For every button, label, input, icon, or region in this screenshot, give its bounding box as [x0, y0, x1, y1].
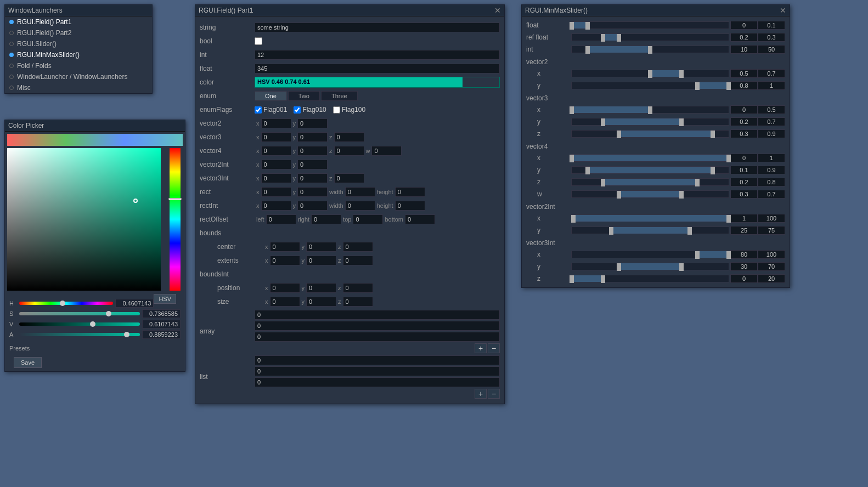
list-item-0[interactable] [255, 355, 500, 365]
mms-val-max-9[interactable] [758, 129, 785, 138]
color-sv-area[interactable] [7, 148, 183, 291]
mms-slider-1[interactable] [571, 33, 729, 41]
mms-thumb-max-19[interactable] [726, 251, 731, 259]
enum-btn-two[interactable]: Two [288, 91, 320, 101]
mms-val-min-13[interactable] [730, 178, 758, 186]
s-slider-thumb[interactable] [106, 311, 111, 316]
enum-btn-three[interactable]: Three [321, 91, 358, 101]
vector4-w-input[interactable] [371, 146, 402, 156]
list-item-1[interactable] [255, 366, 500, 376]
mms-thumb-min-20[interactable] [617, 263, 621, 271]
mms-val-min-1[interactable] [730, 33, 758, 42]
flag100-checkbox[interactable] [333, 106, 340, 114]
vector4-x-input[interactable] [261, 146, 291, 156]
mms-val-min-11[interactable] [730, 154, 758, 162]
mms-val-min-7[interactable] [730, 105, 758, 114]
mms-val-max-7[interactable] [758, 105, 785, 114]
mms-val-max-12[interactable] [758, 166, 785, 174]
mms-thumb-max-2[interactable] [648, 46, 652, 54]
vector2-x-input[interactable] [261, 118, 291, 128]
bsize-y-input[interactable] [306, 297, 336, 307]
rectoffset-top-input[interactable] [353, 214, 383, 224]
mms-val-min-9[interactable] [730, 129, 758, 138]
mms-slider-8[interactable] [571, 118, 729, 126]
mms-slider-19[interactable] [571, 251, 729, 258]
mms-thumb-max-5[interactable] [726, 82, 731, 90]
rectint-y-input[interactable] [297, 201, 328, 211]
mms-slider-21[interactable] [571, 275, 729, 282]
wl-item-4[interactable]: Fold / Folds [5, 60, 152, 71]
rect-y-input[interactable] [297, 187, 328, 197]
bcenter-z-input[interactable] [343, 242, 373, 252]
mms-slider-16[interactable] [571, 214, 729, 222]
hue-strip[interactable] [170, 148, 181, 291]
a-slider-track[interactable] [19, 333, 140, 336]
mms-thumb-max-12[interactable] [711, 167, 715, 174]
mms-val-min-20[interactable] [730, 262, 758, 271]
rect-height-input[interactable] [395, 187, 425, 197]
bsize-z-input[interactable] [343, 297, 373, 307]
array-remove-button[interactable]: − [488, 343, 500, 353]
array-item-2[interactable] [255, 332, 500, 342]
mms-val-max-11[interactable] [758, 154, 785, 162]
array-add-button[interactable]: + [475, 343, 487, 353]
mms-thumb-max-17[interactable] [687, 227, 692, 235]
vector4-y-input[interactable] [297, 146, 328, 156]
mms-val-max-14[interactable] [758, 190, 785, 199]
v-value-input[interactable] [142, 320, 181, 329]
mms-val-max-16[interactable] [758, 214, 785, 223]
mms-slider-9[interactable] [571, 130, 729, 138]
mms-val-min-12[interactable] [730, 166, 758, 174]
rectint-height-input[interactable] [395, 201, 425, 211]
list-item-2[interactable] [255, 377, 500, 387]
mms-val-min-14[interactable] [730, 190, 758, 199]
bext-x-input[interactable] [270, 256, 300, 265]
mms-val-max-13[interactable] [758, 178, 785, 186]
flag001-checkbox[interactable] [255, 106, 262, 114]
color-value-bar[interactable]: HSV 0.46 0.74 0.61 [255, 77, 500, 88]
mms-val-max-19[interactable] [758, 250, 785, 259]
h-value-input[interactable] [115, 299, 154, 308]
v3int-z-input[interactable] [334, 173, 364, 183]
mms-thumb-max-16[interactable] [726, 215, 731, 223]
hue-handle[interactable] [168, 198, 182, 200]
mms-slider-5[interactable] [571, 82, 729, 89]
mms-thumb-min-11[interactable] [570, 155, 574, 162]
sv-canvas[interactable] [7, 148, 161, 291]
bext-z-input[interactable] [343, 256, 373, 265]
v-slider-thumb[interactable] [90, 321, 95, 327]
mms-thumb-min-9[interactable] [617, 131, 621, 138]
mms-thumb-max-0[interactable] [585, 22, 590, 30]
vector2-y-input[interactable] [297, 118, 328, 128]
save-button[interactable]: Save [14, 357, 42, 368]
mms-val-max-2[interactable] [758, 45, 785, 54]
list-remove-button[interactable]: − [488, 389, 500, 399]
mms-val-min-21[interactable] [730, 274, 758, 283]
vector3-y-input[interactable] [297, 132, 328, 142]
string-input[interactable] [255, 22, 500, 32]
mms-val-max-4[interactable] [758, 69, 785, 78]
bpos-z-input[interactable] [343, 283, 373, 293]
wl-item-6[interactable]: Misc [5, 82, 152, 93]
wl-item-2[interactable]: RGUI.Slider() [5, 38, 152, 49]
float-input[interactable] [255, 64, 500, 73]
flag010-checkbox[interactable] [294, 106, 301, 114]
field-close-button[interactable]: ✕ [494, 7, 501, 14]
mms-thumb-min-8[interactable] [601, 118, 605, 126]
s-slider-track[interactable] [19, 312, 140, 315]
array-item-1[interactable] [255, 321, 500, 331]
v2int-x-input[interactable] [261, 160, 291, 169]
list-add-button[interactable]: + [475, 389, 487, 399]
mms-val-min-17[interactable] [730, 226, 758, 235]
mms-val-min-0[interactable] [730, 21, 758, 30]
bpos-x-input[interactable] [270, 283, 300, 293]
mms-val-max-5[interactable] [758, 81, 785, 90]
mms-val-min-2[interactable] [730, 45, 758, 54]
mms-thumb-max-21[interactable] [601, 275, 605, 283]
array-item-0[interactable] [255, 310, 500, 320]
wl-item-5[interactable]: WindowLauncher / WindowLaunchers [5, 71, 152, 82]
bcenter-x-input[interactable] [270, 242, 300, 252]
mms-slider-17[interactable] [571, 226, 729, 234]
mms-val-max-17[interactable] [758, 226, 785, 235]
mms-val-min-16[interactable] [730, 214, 758, 223]
